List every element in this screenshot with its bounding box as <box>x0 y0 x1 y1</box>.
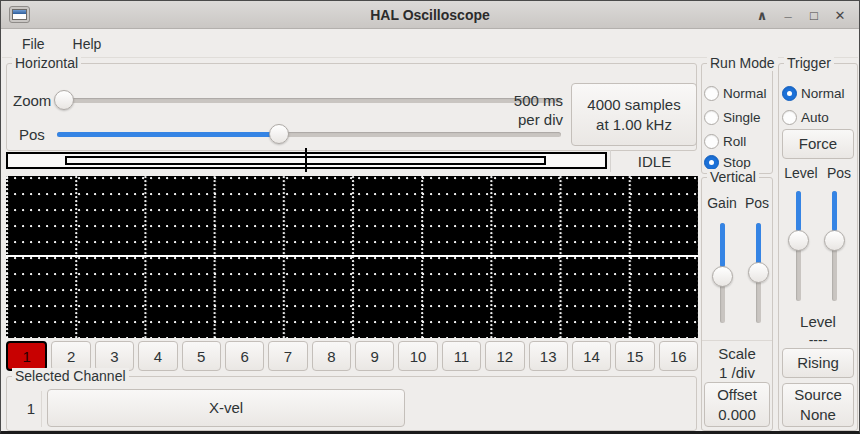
channel-button-15[interactable]: 15 <box>615 341 654 371</box>
selected-channel-label: Selected Channel <box>12 368 129 384</box>
gain-slider-label: Gain <box>705 195 739 211</box>
trigger-edge-button[interactable]: Rising <box>782 348 854 378</box>
trigger-group-label: Trigger <box>784 55 834 71</box>
trigger-source-button[interactable]: Source None <box>782 383 854 427</box>
channel-button-14[interactable]: 14 <box>572 341 611 371</box>
selected-channel-number: 1 <box>21 400 41 417</box>
vpos-slider-label: Pos <box>743 195 771 211</box>
vpos-slider-fill <box>756 223 761 264</box>
scale-value-line2[interactable]: 1 /div <box>701 364 773 381</box>
hal-oscilloscope-window: HAL Oscilloscope ∧ _ □ ✕ File Help Horiz… <box>0 0 860 434</box>
horizontal-group-label: Horizontal <box>12 55 81 71</box>
channel1-trace <box>6 255 698 257</box>
channel-button-1[interactable]: 1 <box>6 341 47 371</box>
radio-icon <box>704 134 719 149</box>
offset-button[interactable]: Offset 0.000 <box>704 382 770 427</box>
window-controls: ∧ _ □ ✕ <box>749 1 853 29</box>
radio-icon <box>704 86 719 101</box>
channel-button-6[interactable]: 6 <box>225 341 264 371</box>
selected-channel-separator <box>41 391 42 427</box>
status-text: IDLE <box>611 153 698 170</box>
vertical-separator <box>702 340 772 341</box>
run-mode-normal-radio[interactable]: Normal <box>704 83 767 103</box>
force-button[interactable]: Force <box>782 129 854 159</box>
trigger-normal-radio[interactable]: Normal <box>782 83 845 103</box>
trigger-auto-radio[interactable]: Auto <box>782 107 829 127</box>
channel-buttons: 12345678910111213141516 <box>6 341 698 371</box>
pos-slider-handle[interactable] <box>269 124 289 144</box>
scope-display[interactable] <box>6 176 698 338</box>
trigger-level-caption: Level <box>778 313 858 330</box>
channel-button-11[interactable]: 11 <box>442 341 481 371</box>
pos-slider-label: Pos <box>19 126 45 143</box>
run-mode-roll-radio[interactable]: Roll <box>704 131 746 151</box>
run-mode-single-radio[interactable]: Single <box>704 107 761 127</box>
vpos-slider-handle[interactable] <box>748 262 769 283</box>
channel-button-4[interactable]: 4 <box>138 341 177 371</box>
radio-icon <box>782 110 797 125</box>
menu-help[interactable]: Help <box>63 32 112 56</box>
window-title: HAL Oscilloscope <box>1 1 859 29</box>
timebase-unit: per div <box>481 111 563 128</box>
shade-icon[interactable]: ∧ <box>749 3 775 27</box>
close-icon[interactable]: ✕ <box>827 3 853 27</box>
gain-slider-fill <box>720 223 725 267</box>
vertical-group-label: Vertical <box>707 169 759 185</box>
gain-slider-handle[interactable] <box>712 266 733 287</box>
radio-icon <box>704 155 719 170</box>
samples-line1: 4000 samples <box>587 95 680 115</box>
trigger-level-slider-handle[interactable] <box>788 230 809 251</box>
channel-button-8[interactable]: 8 <box>312 341 351 371</box>
trigger-pos-slider-label: Pos <box>825 165 853 181</box>
samples-button[interactable]: 4000 samples at 1.00 kHz <box>571 83 697 146</box>
trigger-level-slider-fill <box>796 191 801 231</box>
radio-icon <box>782 86 797 101</box>
menu-file[interactable]: File <box>12 32 55 56</box>
radio-icon <box>704 110 719 125</box>
menu-bar: File Help <box>2 30 858 58</box>
pos-slider-fill <box>57 132 279 137</box>
channel-source-button[interactable]: X-vel <box>47 389 405 427</box>
zoom-slider-handle[interactable] <box>54 90 74 110</box>
trigger-pos-slider-handle[interactable] <box>824 230 845 251</box>
timebase-value: 500 ms <box>481 92 563 109</box>
channel-button-16[interactable]: 16 <box>659 341 698 371</box>
channel-button-10[interactable]: 10 <box>398 341 437 371</box>
trigger-level-slider-label: Level <box>780 165 822 181</box>
samples-line2: at 1.00 kHz <box>596 115 672 135</box>
channel-button-2[interactable]: 2 <box>51 341 90 371</box>
title-bar: HAL Oscilloscope ∧ _ □ ✕ <box>1 1 859 29</box>
channel-button-9[interactable]: 9 <box>355 341 394 371</box>
scale-value-line1[interactable]: Scale <box>701 345 773 362</box>
channel-button-5[interactable]: 5 <box>182 341 221 371</box>
zoom-slider-label: Zoom <box>13 92 51 109</box>
trigger-level-value: ---- <box>778 332 858 348</box>
trigger-pos-slider-fill <box>832 191 837 231</box>
run-mode-group-label: Run Mode <box>707 55 778 71</box>
minimize-icon[interactable]: _ <box>775 3 801 27</box>
channel-button-12[interactable]: 12 <box>485 341 524 371</box>
channel-button-7[interactable]: 7 <box>268 341 307 371</box>
maximize-icon[interactable]: □ <box>801 3 827 27</box>
channel-button-13[interactable]: 13 <box>529 341 568 371</box>
record-trigger-cursor <box>305 148 307 172</box>
channel-button-3[interactable]: 3 <box>95 341 134 371</box>
